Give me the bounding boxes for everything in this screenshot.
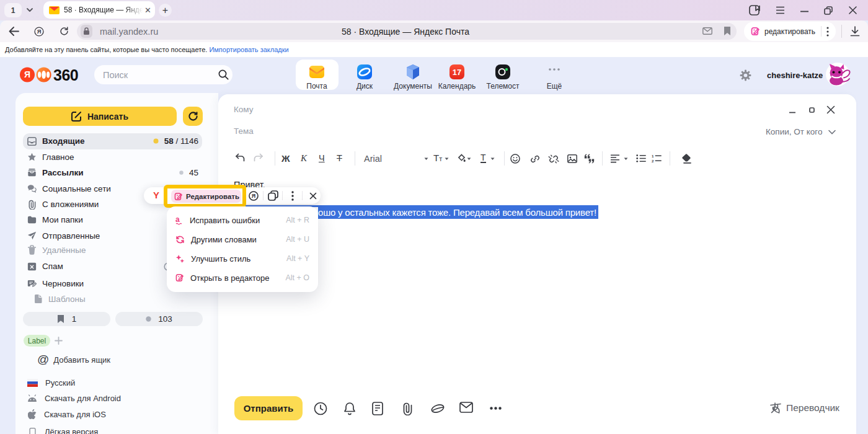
svg-text:Я: Я	[24, 69, 30, 79]
svg-text:Я: Я	[252, 193, 255, 199]
svg-text:Я: Я	[37, 29, 42, 35]
svg-text:2: 2	[652, 159, 654, 162]
svg-text:17: 17	[453, 68, 461, 77]
svg-text:1: 1	[652, 154, 654, 158]
svg-text:a: a	[175, 216, 180, 224]
